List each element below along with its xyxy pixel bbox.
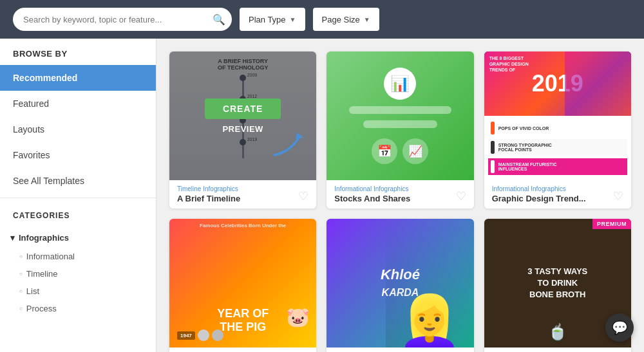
favorite-icon-2[interactable]: ♡ [456,189,466,203]
card-footer-2: Informational Infographics Stocks And Sh… [327,180,473,208]
category-group-infographics: ▾ Infographics ○ Informational ○ Timelin… [0,225,156,320]
category-informational[interactable]: ○ Informational [0,248,156,265]
categories-title: CATEGORIES [0,202,156,225]
sidebar-item-featured[interactable]: Featured [0,91,156,116]
category-timeline[interactable]: ○ Timeline [0,265,156,283]
browse-by-title: BROWSE BY [0,39,156,65]
chevron-down-icon: ▼ [364,16,370,23]
card-name-1: A Brief Timeline [177,194,240,203]
template-card-khloe[interactable]: KhloéKARDA 👱‍♀️ Khloe Kardashian ♡ [327,219,473,352]
category-list[interactable]: ○ List [0,283,156,300]
template-card-pig[interactable]: Famous Celebrities Born Under the YEAR O… [169,219,316,352]
sidebar-item-recommended[interactable]: Recommended [0,65,156,91]
favorite-icon-3[interactable]: ♡ [613,189,623,203]
category-infographics[interactable]: ▾ Infographics [0,228,156,248]
chat-button[interactable]: 💬 [605,313,634,342]
search-bar: 🔍 [13,8,232,31]
template-card-graphic-design[interactable]: THE 8 BIGGESTGRAPHIC DESIGNTRENDS OF 201… [484,51,631,208]
card-footer-6: 3 Tasty Ways to Drink Bone Broth ♡ [484,347,631,352]
pig-icon: 🐷 [286,306,310,328]
search-icon[interactable]: 🔍 [213,14,225,26]
main-layout: BROWSE BY Recommended Featured Layouts F… [0,39,644,352]
card-hover-overlay: CREATE PREVIEW [169,51,316,180]
sidebar: BROWSE BY Recommended Featured Layouts F… [0,39,156,352]
sidebar-item-see-all[interactable]: See All Templates [0,168,156,194]
card-image-1: A BRIEF HISTORYOF TECHNOLOGY 2009 2012 2… [169,51,316,180]
chevron-down-icon: ▼ [290,16,296,23]
arrow-hint [271,133,303,161]
page-size-filter[interactable]: Page Size ▼ [313,8,379,31]
soup-icon: 🍵 [548,323,567,341]
plan-type-filter[interactable]: Plan Type ▼ [240,8,305,31]
chevron-down-icon: ▾ [10,233,15,243]
card-name-3: Graphic Design Trend... [492,194,586,203]
dot-icon: ○ [19,306,23,311]
header: 🔍 Plan Type ▼ Page Size ▼ [0,0,644,39]
dot-icon: ○ [19,288,23,294]
favorite-icon-1[interactable]: ♡ [298,189,308,203]
card-image-4: Famous Celebrities Born Under the YEAR O… [169,219,316,347]
sidebar-item-layouts[interactable]: Layouts [0,116,156,142]
svg-marker-0 [296,133,303,139]
preview-button[interactable]: PREVIEW [222,124,263,134]
dot-icon: ○ [19,254,23,259]
template-grid: A BRIEF HISTORYOF TECHNOLOGY 2009 2012 2… [169,51,631,352]
sidebar-divider [0,198,156,198]
card-image-3: THE 8 BIGGESTGRAPHIC DESIGNTRENDS OF 201… [484,51,631,180]
card-footer-4: Year of the Pig ♡ [169,347,316,352]
category-process[interactable]: ○ Process [0,300,156,317]
premium-badge: PREMIUM [592,219,631,229]
sidebar-item-favorites[interactable]: Favorites [0,142,156,168]
template-card-stocks[interactable]: 📊 📅 📈 Informational Infographics Stocks … [327,51,473,208]
content-area: A BRIEF HISTORYOF TECHNOLOGY 2009 2012 2… [156,39,644,352]
template-card-timeline[interactable]: A BRIEF HISTORYOF TECHNOLOGY 2009 2012 2… [169,51,316,208]
stocks-icon: 📊 [384,68,416,100]
card-footer-5: Khloe Kardashian ♡ [327,347,473,352]
dot-icon: ○ [19,271,23,277]
card-name-2: Stocks And Shares [334,194,410,203]
card-category-1: Timeline Infographics [177,185,240,192]
chat-icon: 💬 [612,320,628,335]
card-category-3: Informational Infographics [492,185,586,192]
card-footer-1: Timeline Infographics A Brief Timeline ♡ [169,180,316,208]
card-footer-3: Informational Infographics Graphic Desig… [484,180,631,208]
card-category-2: Informational Infographics [334,185,410,192]
card-image-5: KhloéKARDA 👱‍♀️ [327,219,473,347]
card-image-2: 📊 📅 📈 [327,51,473,180]
search-input[interactable] [13,8,232,31]
create-button[interactable]: CREATE [205,98,281,119]
